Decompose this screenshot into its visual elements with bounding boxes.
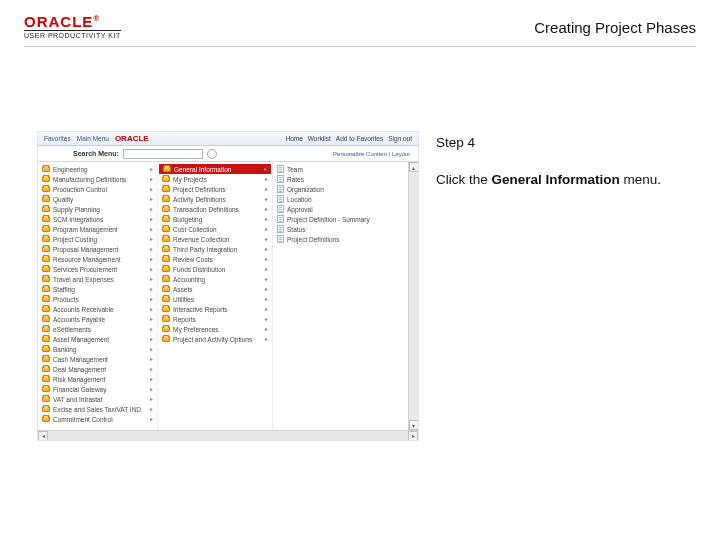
nav-item[interactable]: Assets▸ (158, 284, 272, 294)
nav-item[interactable]: Funds Distribution▸ (158, 264, 272, 274)
document-icon (277, 175, 284, 183)
document-icon (277, 205, 284, 213)
nav-item[interactable]: Accounts Payable▸ (38, 314, 157, 324)
search-go-icon[interactable] (207, 149, 217, 159)
vertical-scrollbar[interactable]: ▴ ▾ (408, 162, 418, 430)
document-icon (277, 195, 284, 203)
nav-item[interactable]: Interactive Reports▸ (158, 304, 272, 314)
folder-icon (42, 356, 50, 362)
nav-item[interactable]: Staffing▸ (38, 284, 157, 294)
folder-icon (42, 166, 50, 172)
folder-icon (162, 206, 170, 212)
nav-item[interactable]: Project and Activity Options▸ (158, 334, 272, 344)
folder-icon (42, 246, 50, 252)
nav-item[interactable]: VAT and Intrastat▸ (38, 394, 157, 404)
nav-item[interactable]: Accounting▸ (158, 274, 272, 284)
nav-item[interactable]: Activity Definitions▸ (158, 194, 272, 204)
nav-item[interactable]: Accounts Receivable▸ (38, 304, 157, 314)
nav-item[interactable]: Travel and Expenses▸ (38, 274, 157, 284)
nav-item[interactable]: Manufacturing Definitions▸ (38, 174, 157, 184)
horizontal-scrollbar[interactable]: ◂ ▸ (38, 430, 418, 440)
nav-item[interactable]: Excise and Sales Tax/VAT IND▸ (38, 404, 157, 414)
scroll-left-icon[interactable]: ◂ (38, 431, 48, 441)
folder-icon (42, 206, 50, 212)
step-label: Step 4 (436, 135, 696, 150)
menu-main[interactable]: Main Menu (77, 135, 109, 142)
nav-item[interactable]: Approval (273, 204, 418, 214)
nav-item[interactable]: Location (273, 194, 418, 204)
scroll-right-icon[interactable]: ▸ (408, 431, 418, 441)
link-add-favorites[interactable]: Add to Favorites (336, 135, 383, 142)
link-home[interactable]: Home (285, 135, 302, 142)
scroll-down-icon[interactable]: ▾ (409, 420, 419, 430)
folder-icon (42, 176, 50, 182)
folder-icon (162, 336, 170, 342)
folder-icon (162, 296, 170, 302)
nav-item[interactable]: Financial Gateway▸ (38, 384, 157, 394)
folder-icon (162, 276, 170, 282)
nav-item[interactable]: Supply Planning▸ (38, 204, 157, 214)
link-signout[interactable]: Sign out (388, 135, 412, 142)
nav-item[interactable]: Proposal Management▸ (38, 244, 157, 254)
nav-item[interactable]: Team (273, 164, 418, 174)
nav-item[interactable]: Budgeting▸ (158, 214, 272, 224)
nav-item[interactable]: My Preferences▸ (158, 324, 272, 334)
nav-item[interactable]: Project Costing▸ (38, 234, 157, 244)
document-icon (277, 185, 284, 193)
nav-item[interactable]: Commitment Control▸ (38, 414, 157, 424)
nav-item[interactable]: eSettlements▸ (38, 324, 157, 334)
nav-item[interactable]: Production Control▸ (38, 184, 157, 194)
folder-icon (42, 196, 50, 202)
folder-icon (42, 346, 50, 352)
page-header: ORACLE® USER PRODUCTIVITY KIT Creating P… (0, 0, 720, 48)
folder-icon (42, 286, 50, 292)
link-worklist[interactable]: Worklist (308, 135, 331, 142)
nav-item[interactable]: Status (273, 224, 418, 234)
nav-item[interactable]: Program Management▸ (38, 224, 157, 234)
nav-item[interactable]: My Projects▸ (158, 174, 272, 184)
nav-item[interactable]: Resource Management▸ (38, 254, 157, 264)
folder-icon (162, 226, 170, 232)
nav-item[interactable]: Deal Management▸ (38, 364, 157, 374)
app-screenshot: Favorites Main Menu ORACLE Home Worklist… (38, 132, 418, 440)
brand-subtitle: USER PRODUCTIVITY KIT (24, 30, 121, 40)
folder-icon (42, 186, 50, 192)
header-divider (24, 46, 696, 47)
nav-item[interactable]: Organization (273, 184, 418, 194)
nav-item[interactable]: Services Procurement▸ (38, 264, 157, 274)
scroll-up-icon[interactable]: ▴ (409, 162, 419, 172)
nav-item[interactable]: Project Definition - Summary (273, 214, 418, 224)
document-icon (277, 225, 284, 233)
search-input[interactable] (123, 149, 203, 159)
nav-item[interactable]: Quality▸ (38, 194, 157, 204)
menu-favorites[interactable]: Favorites (44, 135, 71, 142)
nav-item[interactable]: Utilities▸ (158, 294, 272, 304)
nav-item[interactable]: Cash Management▸ (38, 354, 157, 364)
folder-icon (162, 196, 170, 202)
nav-item[interactable]: Cost Collection▸ (158, 224, 272, 234)
nav-item[interactable]: Third Party Integration▸ (158, 244, 272, 254)
nav-item[interactable]: Banking▸ (38, 344, 157, 354)
nav-item[interactable]: Engineering▸ (38, 164, 157, 174)
nav-item[interactable]: SCM Integrations▸ (38, 214, 157, 224)
nav-item[interactable]: Revenue Collection▸ (158, 234, 272, 244)
folder-icon (42, 406, 50, 412)
folder-icon (42, 316, 50, 322)
nav-item[interactable]: Products▸ (38, 294, 157, 304)
nav-item[interactable]: Rates (273, 174, 418, 184)
folder-icon (42, 386, 50, 392)
menu-general-information[interactable]: General Information▸ (159, 164, 271, 174)
folder-icon (162, 306, 170, 312)
nav-item[interactable]: Reports▸ (158, 314, 272, 324)
nav-item[interactable]: Review Costs▸ (158, 254, 272, 264)
nav-item[interactable]: Risk Management▸ (38, 374, 157, 384)
nav-item[interactable]: Project Definitions▸ (158, 184, 272, 194)
folder-icon (42, 366, 50, 372)
instruction-text: Click the General Information menu. (436, 172, 696, 187)
page-title: Creating Project Phases (534, 19, 696, 36)
nav-item[interactable]: Project Definitions (273, 234, 418, 244)
personalize-link[interactable]: Personalize Content | Layout (333, 151, 416, 157)
nav-item[interactable]: Asset Management▸ (38, 334, 157, 344)
nav-col-3: TeamRatesOrganizationLocationApprovalPro… (273, 164, 418, 244)
nav-item[interactable]: Transaction Definitions▸ (158, 204, 272, 214)
